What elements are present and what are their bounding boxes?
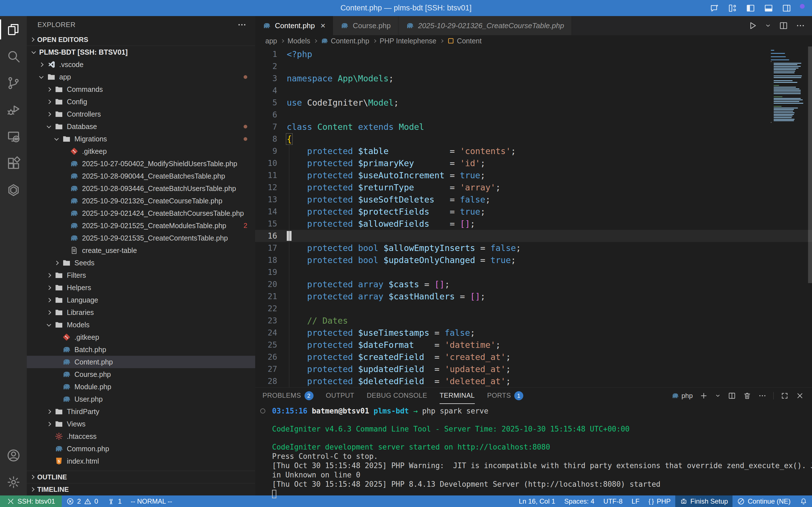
code-line-25[interactable]: 25 protected $dateFormat = 'datetime'; <box>255 339 812 351</box>
tree-item-2025-10-28-093446-createbatchuserstable-php[interactable]: 2025-10-28-093446_CreateBatchUsersTable.… <box>27 182 255 194</box>
tab-2025-10-29-021326-createcoursetable-php[interactable]: 2025-10-29-021326_CreateCourseTable.php <box>398 16 572 35</box>
command-decoration-icon[interactable] <box>260 408 265 413</box>
activity-accounts[interactable] <box>0 442 27 469</box>
tree-item-gitkeep[interactable]: .gitkeep <box>27 145 255 158</box>
code-line-7[interactable]: 7class Content extends Model <box>255 121 812 133</box>
code-line-26[interactable]: 26 protected $createdField = 'created_at… <box>255 351 812 363</box>
tree-item-content-php[interactable]: Content.php <box>27 356 255 368</box>
toggle-sidebar-icon[interactable] <box>746 3 755 13</box>
toggle-secondary-sidebar-icon[interactable] <box>782 3 792 13</box>
close-icon[interactable]: × <box>320 21 326 31</box>
chevron-down-icon[interactable] <box>765 22 771 29</box>
activity-hexagon-extension[interactable] <box>0 177 27 203</box>
tree-item-2025-10-27-050402-modifyshielduserstable-php[interactable]: 2025-10-27-050402_ModifyShieldUsersTable… <box>27 158 255 170</box>
outline-section[interactable]: OUTLINE <box>27 471 255 483</box>
editor-scrollbar[interactable] <box>808 47 812 283</box>
tree-item-database[interactable]: Database <box>27 120 255 133</box>
code-line-27[interactable]: 27 protected $updatedField = 'updated_at… <box>255 363 812 375</box>
maximize-panel-icon[interactable] <box>780 392 789 400</box>
new-terminal-icon[interactable] <box>700 392 708 400</box>
code-line-24[interactable]: 24 protected $useTimestamps = false; <box>255 327 812 339</box>
tree-item-user-php[interactable]: User.php <box>27 393 255 405</box>
breadcrumb-item-content-php[interactable]: Content.php <box>320 37 369 45</box>
tree-item-common-php[interactable]: Common.php <box>27 443 255 455</box>
tree-item-thirdparty[interactable]: ThirdParty <box>27 405 255 418</box>
code-line-20[interactable]: 20 protected array $casts = []; <box>255 278 812 290</box>
code-line-23[interactable]: 23 // Dates <box>255 315 812 327</box>
tree-item-views[interactable]: Views <box>27 418 255 430</box>
code-line-12[interactable]: 12 protected $returnType = 'array'; <box>255 181 812 193</box>
chevron-down-icon[interactable] <box>715 393 721 399</box>
code-line-28[interactable]: 28 protected $deletedField = 'deleted_at… <box>255 375 812 387</box>
activity-search[interactable] <box>0 43 27 69</box>
tab-content-php[interactable]: Content.php× <box>255 16 333 35</box>
code-line-14[interactable]: 14 protected $protectFields = true; <box>255 206 812 218</box>
chat-sparkle-icon[interactable] <box>710 3 719 13</box>
code-line-22[interactable]: 22 <box>255 302 812 315</box>
code-line-21[interactable]: 21 protected array $castHandlers = []; <box>255 290 812 302</box>
tree-item-helpers[interactable]: Helpers <box>27 281 255 294</box>
tab-course-php[interactable]: Course.php <box>333 16 398 35</box>
tree-item-models[interactable]: Models <box>27 319 255 331</box>
remote-indicator[interactable]: SSH: btsv01 <box>0 496 62 507</box>
terminal-shell-label[interactable]: php <box>671 392 693 400</box>
vim-mode[interactable]: -- NORMAL -- <box>126 496 176 507</box>
code-line-3[interactable]: 3namespace App\Models; <box>255 72 812 84</box>
code-line-9[interactable]: 9 protected $table = 'contents'; <box>255 145 812 157</box>
tree-item-create-user-table[interactable]: create_user-table <box>27 244 255 257</box>
timeline-section[interactable]: TIMELINE <box>27 483 255 496</box>
activity-explorer[interactable] <box>0 16 27 43</box>
run-icon[interactable] <box>748 21 757 31</box>
tree-item-2025-10-29-021424-createbatchcoursestable-php[interactable]: 2025-10-29-021424_CreateBatchCoursesTabl… <box>27 207 255 219</box>
layout-customize-icon[interactable] <box>728 3 737 13</box>
activity-extensions[interactable] <box>0 150 27 177</box>
split-editor-icon[interactable] <box>779 21 788 31</box>
code-line-17[interactable]: 17 protected bool $allowEmptyInserts = f… <box>255 242 812 254</box>
tree-item-migrations[interactable]: Migrations <box>27 133 255 145</box>
open-editors-section[interactable]: OPEN EDITORS <box>27 34 255 46</box>
toggle-panel-icon[interactable] <box>764 3 773 13</box>
tree-item-language[interactable]: Language <box>27 294 255 306</box>
code-line-10[interactable]: 10 protected $primaryKey = 'id'; <box>255 157 812 169</box>
tree-item-controllers[interactable]: Controllers <box>27 108 255 120</box>
split-terminal-icon[interactable] <box>728 392 736 400</box>
code-line-16[interactable]: 16 <box>255 230 812 242</box>
code-line-15[interactable]: 15 protected $allowedFields = []; <box>255 218 812 230</box>
code-line-2[interactable]: 2 <box>255 60 812 72</box>
tree-item-htaccess[interactable]: .htaccess <box>27 430 255 443</box>
code-line-6[interactable]: 6 <box>255 109 812 121</box>
panel-tab-ports[interactable]: PORTS1 <box>487 388 523 404</box>
code-editor[interactable]: 1<?php23namespace App\Models;45use CodeI… <box>255 47 812 387</box>
tree-item-gitkeep[interactable]: .gitkeep <box>27 331 255 343</box>
tree-item-seeds[interactable]: Seeds <box>27 257 255 269</box>
close-panel-icon[interactable] <box>796 392 804 400</box>
activity-source-control[interactable] <box>0 69 27 96</box>
activity-remote-explorer[interactable] <box>0 123 27 150</box>
panel-tab-output[interactable]: OUTPUT <box>326 388 354 404</box>
tree-item-vscode[interactable]: .vscode <box>27 58 255 71</box>
code-line-4[interactable]: 4 <box>255 84 812 97</box>
ports-status[interactable]: 1 <box>103 496 126 507</box>
code-line-11[interactable]: 11 protected $useAutoIncrement = true; <box>255 169 812 181</box>
breadcrumb-item-php-intelephense[interactable]: PHP Intelephense <box>380 37 437 45</box>
terminal[interactable]: 03:15:16 batmen@btsv01 plms-bdt → php sp… <box>255 404 812 499</box>
tree-item-filters[interactable]: Filters <box>27 269 255 281</box>
breadcrumb-item-models[interactable]: Models <box>288 37 310 45</box>
more-actions-icon[interactable] <box>237 20 247 30</box>
tree-item-config[interactable]: Config <box>27 96 255 108</box>
tree-item-index-html[interactable]: 5index.html <box>27 455 255 467</box>
panel-tab-debug-console[interactable]: DEBUG CONSOLE <box>367 388 427 404</box>
tree-item-2025-10-28-090044-createbatchestable-php[interactable]: 2025-10-28-090044_CreateBatchesTable.php <box>27 170 255 182</box>
tree-item-2025-10-29-021326-createcoursetable-php[interactable]: 2025-10-29-021326_CreateCourseTable.php <box>27 194 255 207</box>
activity-run-debug[interactable] <box>0 96 27 123</box>
activity-settings[interactable] <box>0 469 27 496</box>
tree-item-2025-10-29-021535-createcontentstable-php[interactable]: 2025-10-29-021535_CreateContentsTable.ph… <box>27 232 255 244</box>
more-icon[interactable] <box>796 21 805 31</box>
kill-terminal-icon[interactable] <box>743 392 751 400</box>
tree-item-2025-10-29-021525-createmodulestable-php[interactable]: 2025-10-29-021525_CreateModulesTable.php… <box>27 219 255 232</box>
code-line-1[interactable]: 1<?php <box>255 48 812 60</box>
breadcrumb-item-content[interactable]: Content <box>447 37 482 45</box>
code-line-5[interactable]: 5use CodeIgniter\Model; <box>255 97 812 109</box>
problems-status[interactable]: 2 0 <box>62 496 103 507</box>
breadcrumb-item-app[interactable]: app <box>265 37 277 45</box>
